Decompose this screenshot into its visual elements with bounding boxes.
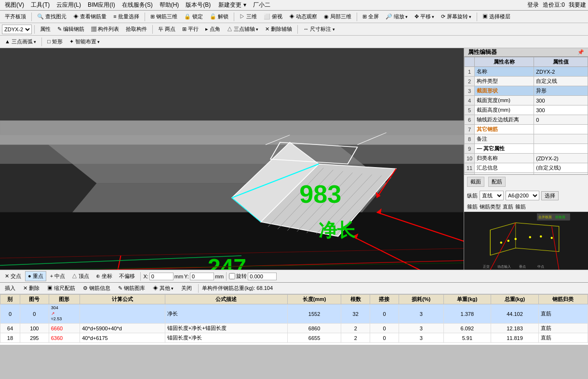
select-btn[interactable]: 选择	[541, 191, 559, 200]
btn-flat-top[interactable]: 平齐板顶	[2, 12, 29, 22]
btn-snap-midpoint[interactable]: + 中点	[47, 271, 68, 281]
login-link[interactable]: 登录	[527, 1, 539, 9]
tb3-sep1	[41, 38, 42, 46]
data-cell-formula-desc: 净长	[165, 304, 287, 324]
menu-view[interactable]: 视图(V)	[2, 0, 27, 10]
prop-row-value[interactable]: (ZDYX-2)	[534, 154, 588, 163]
data-table-scroll[interactable]: 别图号图形计算公式公式描述长度(mm)根数搭接损耗(%)单重(kg)总重(kg)…	[0, 294, 588, 345]
btn-del-aux[interactable]: ✕ 删除辅轴	[262, 24, 295, 34]
prop-row-value[interactable]: 0	[534, 115, 588, 125]
btn-properties[interactable]: 属性	[37, 24, 53, 34]
btn-rectangle[interactable]: □ 矩形	[44, 37, 66, 47]
btn-unlock[interactable]: 🔓 解锁	[207, 12, 231, 22]
btn-zoom[interactable]: 🔎 缩放	[383, 12, 411, 22]
rotate-value-input[interactable]	[248, 273, 277, 280]
data-col-header: 钢筋归类	[538, 295, 588, 304]
btn-insert[interactable]: 插入	[2, 283, 18, 293]
btn-3d[interactable]: ▷ 三维	[237, 12, 260, 22]
prop-row-name: 轴线距左边线距离	[475, 115, 534, 125]
prop-row-value[interactable]: (自定义线)	[534, 163, 588, 173]
btn-parallel[interactable]: ⊞ 平行	[179, 24, 201, 34]
btn-dynamic-view[interactable]: ◈ 动态观察	[286, 12, 320, 22]
data-cell-unit-weight: 5.91	[443, 333, 491, 343]
section-config-bar: 截面 配筋	[464, 174, 588, 189]
prop-row-name: 截面形状	[475, 86, 534, 96]
menu-new-change[interactable]: 新建变更 ▾	[215, 0, 249, 10]
help-link[interactable]: 我要建	[569, 1, 586, 9]
panel-title-text: 属性编辑器	[468, 48, 497, 56]
coord-y-input[interactable]	[190, 273, 214, 280]
btn-two-point[interactable]: 두 两点	[155, 24, 178, 34]
rotate-checkbox[interactable]	[229, 273, 235, 279]
btn-rebar-library[interactable]: ✎ 钢筋图库	[115, 283, 148, 293]
coord-x-input[interactable]	[149, 273, 174, 280]
data-cell-category: 直筋	[538, 304, 588, 324]
btn-local-3d[interactable]: ◉ 局部三维	[321, 12, 354, 22]
longitudinal-type-select[interactable]: 直线	[480, 191, 504, 200]
btn-delete[interactable]: ✕ 删除	[20, 283, 42, 293]
btn-view-rebar[interactable]: ◈ 查看钢筋量	[70, 12, 109, 22]
btn-snap-endpoint[interactable]: ● 重点	[25, 271, 46, 281]
prop-row-name: 名称	[475, 67, 534, 77]
data-cell-category: 直筋	[538, 333, 588, 343]
btn-snap-coord[interactable]: ⊕ 坐标	[93, 271, 115, 281]
btn-dimension[interactable]: ↔ 尺寸标注	[300, 24, 337, 34]
panel-pin-btn[interactable]: 📌	[577, 49, 584, 55]
prop-row-value[interactable]: 300	[534, 96, 588, 105]
btn-lock[interactable]: 🔒 锁定	[181, 12, 206, 22]
data-cell-count: 2	[341, 333, 370, 343]
prop-row-value[interactable]	[534, 134, 588, 144]
btn-edit-rebar[interactable]: ✎ 编辑钢筋	[54, 24, 87, 34]
btn-pick-element[interactable]: 拾取构件	[123, 24, 150, 34]
menu-version[interactable]: 版本号(B)	[183, 0, 214, 10]
property-table-scroll[interactable]: 属性名称 属性值 1 名称 ZDYX-2 2 构件类型 自定义线 3 截面形状 …	[464, 57, 588, 174]
toolbar3: ▲ 三点画弧 □ 矩形 ✦ 智能布置	[0, 36, 588, 48]
longitudinal-value-select[interactable]: A6@200	[506, 191, 539, 200]
data-col-header: 别	[0, 295, 20, 304]
btn-snap-intersection[interactable]: ✕ 交点	[2, 271, 24, 281]
3d-viewport[interactable]: 983 净长 247 1552 2	[0, 48, 464, 270]
btn-other[interactable]: ◈ 其他	[150, 283, 176, 293]
prop-row-value[interactable]: 自定义线	[534, 77, 588, 86]
btn-smart-layout[interactable]: ✦ 智能布置	[67, 37, 103, 47]
btn-batch-select[interactable]: ≡ 批量选择	[110, 12, 142, 22]
data-cell-length: 6655	[287, 333, 341, 343]
btn-element-list[interactable]: ▦ 构件列表	[88, 24, 122, 34]
prop-row-value[interactable]	[534, 125, 588, 134]
element-selector[interactable]: ZDYX-2	[2, 25, 32, 34]
menu-help[interactable]: 帮助(H)	[157, 0, 182, 10]
menu-online[interactable]: 在线服务(S)	[119, 0, 156, 10]
menu-factory[interactable]: 厂小二	[250, 0, 273, 10]
btn-rebar-info[interactable]: ⚙ 钢筋信息	[80, 283, 113, 293]
btn-screen-rotate[interactable]: ⟳ 屏幕旋转	[438, 12, 474, 22]
btn-find-element[interactable]: 🔍 查找图元	[34, 12, 69, 22]
prop-row-num: 3	[465, 86, 475, 96]
prop-row-num: 5	[465, 105, 475, 115]
btn-arc-draw[interactable]: ▲ 三点画弧	[2, 37, 39, 47]
btn-no-offset[interactable]: 不偏移	[116, 271, 138, 281]
btn-rebar-3d[interactable]: ⊞ 钢筋三维	[147, 12, 180, 22]
data-cell-lap: 0	[370, 333, 399, 343]
menu-bim[interactable]: BIM应用(I)	[85, 0, 118, 10]
btn-close[interactable]: 关闭	[178, 283, 195, 293]
btn-3point-aux[interactable]: △ 三点辅轴	[224, 24, 261, 34]
data-cell-count: 2	[341, 324, 370, 333]
btn-fullscreen[interactable]: ⊞ 全屏	[360, 12, 382, 22]
prop-row-name: 其它钢筋	[475, 125, 534, 134]
btn-scale-rebar[interactable]: ▣ 缩尺配筋	[44, 283, 78, 293]
data-col-header: 长度(mm)	[287, 295, 341, 304]
prop-row-value[interactable]	[534, 144, 588, 154]
prop-row-value[interactable]: 异形	[534, 86, 588, 96]
toolbar2: ZDYX-2 属性 ✎ 编辑钢筋 ▦ 构件列表 拾取构件 두 两点 ⊞ 平行 ▸…	[0, 23, 588, 36]
prop-row-value[interactable]: 300	[534, 105, 588, 115]
data-cell-count: 32	[341, 304, 370, 324]
btn-top-view[interactable]: ⬜ 俯视	[261, 12, 285, 22]
3d-scene: 983 净长 247 1552 2	[0, 48, 464, 270]
btn-snap-vertex[interactable]: △ 顶点	[69, 271, 92, 281]
prop-row-value[interactable]: ZDYX-2	[534, 67, 588, 77]
menu-tools[interactable]: 工具(T)	[28, 0, 53, 10]
btn-point-angle[interactable]: ▸ 点角	[202, 24, 223, 34]
btn-select-floor[interactable]: ▣ 选择楼层	[480, 12, 513, 22]
menu-cloud[interactable]: 云应用(L)	[53, 0, 84, 10]
btn-pan[interactable]: ✥ 平移	[412, 12, 437, 22]
